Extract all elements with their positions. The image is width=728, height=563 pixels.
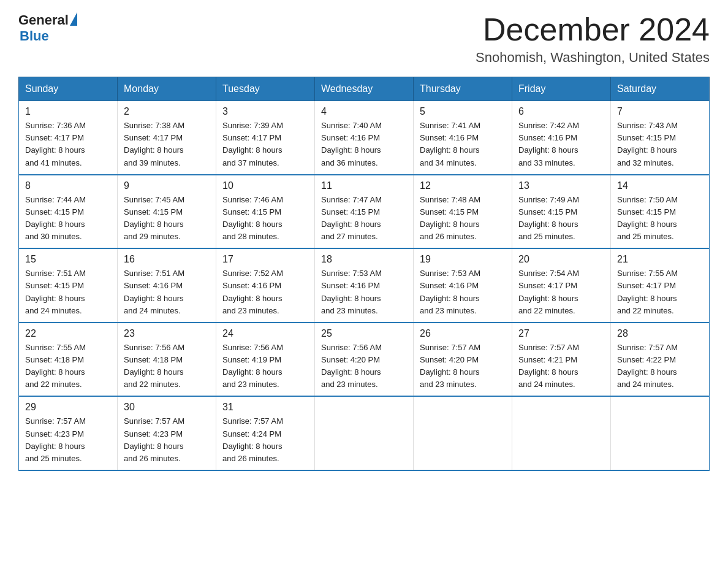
day-info: Sunrise: 7:57 AMSunset: 4:22 PMDaylight:… bbox=[617, 342, 703, 391]
day-cell: 23Sunrise: 7:56 AMSunset: 4:18 PMDayligh… bbox=[118, 323, 216, 397]
day-number: 7 bbox=[617, 106, 703, 117]
page-header: General Blue December 2024 Snohomish, Wa… bbox=[18, 12, 710, 66]
day-number: 10 bbox=[222, 180, 308, 191]
day-cell: 11Sunrise: 7:47 AMSunset: 4:15 PMDayligh… bbox=[315, 175, 414, 249]
day-info: Sunrise: 7:38 AMSunset: 4:17 PMDaylight:… bbox=[124, 120, 210, 169]
day-number: 25 bbox=[321, 328, 407, 339]
day-info: Sunrise: 7:53 AMSunset: 4:16 PMDaylight:… bbox=[321, 267, 407, 317]
day-info: Sunrise: 7:43 AMSunset: 4:15 PMDaylight:… bbox=[617, 120, 703, 169]
day-cell: 10Sunrise: 7:46 AMSunset: 4:15 PMDayligh… bbox=[216, 175, 315, 249]
day-cell: 25Sunrise: 7:56 AMSunset: 4:20 PMDayligh… bbox=[315, 323, 414, 397]
day-number: 19 bbox=[420, 254, 506, 265]
logo-blue: Blue bbox=[20, 28, 49, 44]
day-cell: 30Sunrise: 7:57 AMSunset: 4:23 PMDayligh… bbox=[118, 396, 216, 470]
day-number: 21 bbox=[617, 254, 703, 265]
logo-general: General bbox=[18, 12, 69, 28]
day-number: 24 bbox=[222, 328, 308, 339]
day-cell: 12Sunrise: 7:48 AMSunset: 4:15 PMDayligh… bbox=[414, 175, 512, 249]
weekday-header-row: SundayMondayTuesdayWednesdayThursdayFrid… bbox=[19, 77, 710, 101]
day-info: Sunrise: 7:36 AMSunset: 4:17 PMDaylight:… bbox=[25, 120, 111, 169]
day-info: Sunrise: 7:49 AMSunset: 4:15 PMDaylight:… bbox=[518, 194, 604, 243]
day-cell: 22Sunrise: 7:55 AMSunset: 4:18 PMDayligh… bbox=[19, 323, 118, 397]
week-row-5: 29Sunrise: 7:57 AMSunset: 4:23 PMDayligh… bbox=[19, 396, 710, 470]
day-number: 17 bbox=[222, 254, 308, 265]
day-cell: 28Sunrise: 7:57 AMSunset: 4:22 PMDayligh… bbox=[611, 323, 710, 397]
day-cell: 9Sunrise: 7:45 AMSunset: 4:15 PMDaylight… bbox=[118, 175, 216, 249]
day-cell bbox=[611, 396, 710, 470]
day-number: 11 bbox=[321, 180, 407, 191]
day-cell: 3Sunrise: 7:39 AMSunset: 4:17 PMDaylight… bbox=[216, 101, 315, 175]
day-info: Sunrise: 7:45 AMSunset: 4:15 PMDaylight:… bbox=[124, 194, 210, 243]
day-number: 4 bbox=[321, 106, 407, 117]
day-cell: 27Sunrise: 7:57 AMSunset: 4:21 PMDayligh… bbox=[512, 323, 611, 397]
day-number: 6 bbox=[518, 106, 604, 117]
day-info: Sunrise: 7:56 AMSunset: 4:20 PMDaylight:… bbox=[321, 342, 407, 391]
week-row-1: 1Sunrise: 7:36 AMSunset: 4:17 PMDaylight… bbox=[19, 101, 710, 175]
day-cell: 1Sunrise: 7:36 AMSunset: 4:17 PMDaylight… bbox=[19, 101, 118, 175]
day-number: 27 bbox=[518, 328, 604, 339]
day-info: Sunrise: 7:39 AMSunset: 4:17 PMDaylight:… bbox=[222, 120, 308, 169]
day-number: 18 bbox=[321, 254, 407, 265]
day-info: Sunrise: 7:48 AMSunset: 4:15 PMDaylight:… bbox=[420, 194, 506, 243]
day-info: Sunrise: 7:52 AMSunset: 4:16 PMDaylight:… bbox=[222, 267, 308, 317]
title-block: December 2024 Snohomish, Washington, Uni… bbox=[476, 12, 710, 66]
day-cell: 14Sunrise: 7:50 AMSunset: 4:15 PMDayligh… bbox=[611, 175, 710, 249]
day-number: 5 bbox=[420, 106, 506, 117]
day-cell: 29Sunrise: 7:57 AMSunset: 4:23 PMDayligh… bbox=[19, 396, 118, 470]
day-cell: 19Sunrise: 7:53 AMSunset: 4:16 PMDayligh… bbox=[414, 248, 512, 323]
day-number: 28 bbox=[617, 328, 703, 339]
day-info: Sunrise: 7:51 AMSunset: 4:16 PMDaylight:… bbox=[124, 267, 210, 317]
day-cell: 13Sunrise: 7:49 AMSunset: 4:15 PMDayligh… bbox=[512, 175, 611, 249]
day-info: Sunrise: 7:56 AMSunset: 4:18 PMDaylight:… bbox=[124, 342, 210, 391]
day-cell: 6Sunrise: 7:42 AMSunset: 4:16 PMDaylight… bbox=[512, 101, 611, 175]
week-row-3: 15Sunrise: 7:51 AMSunset: 4:15 PMDayligh… bbox=[19, 248, 710, 323]
day-info: Sunrise: 7:47 AMSunset: 4:15 PMDaylight:… bbox=[321, 194, 407, 243]
day-number: 8 bbox=[25, 180, 111, 191]
day-number: 1 bbox=[25, 106, 111, 117]
day-info: Sunrise: 7:57 AMSunset: 4:23 PMDaylight:… bbox=[124, 415, 210, 465]
day-info: Sunrise: 7:40 AMSunset: 4:16 PMDaylight:… bbox=[321, 120, 407, 169]
day-cell: 2Sunrise: 7:38 AMSunset: 4:17 PMDaylight… bbox=[118, 101, 216, 175]
day-cell: 15Sunrise: 7:51 AMSunset: 4:15 PMDayligh… bbox=[19, 248, 118, 323]
day-number: 2 bbox=[124, 106, 210, 117]
day-cell bbox=[315, 396, 414, 470]
day-info: Sunrise: 7:55 AMSunset: 4:18 PMDaylight:… bbox=[25, 342, 111, 391]
day-info: Sunrise: 7:53 AMSunset: 4:16 PMDaylight:… bbox=[420, 267, 506, 317]
calendar-title: December 2024 bbox=[476, 12, 710, 47]
day-info: Sunrise: 7:54 AMSunset: 4:17 PMDaylight:… bbox=[518, 267, 604, 317]
day-number: 31 bbox=[222, 402, 308, 413]
day-cell: 4Sunrise: 7:40 AMSunset: 4:16 PMDaylight… bbox=[315, 101, 414, 175]
day-number: 22 bbox=[25, 328, 111, 339]
day-number: 9 bbox=[124, 180, 210, 191]
day-cell: 31Sunrise: 7:57 AMSunset: 4:24 PMDayligh… bbox=[216, 396, 315, 470]
day-cell: 21Sunrise: 7:55 AMSunset: 4:17 PMDayligh… bbox=[611, 248, 710, 323]
day-cell: 7Sunrise: 7:43 AMSunset: 4:15 PMDaylight… bbox=[611, 101, 710, 175]
day-cell: 5Sunrise: 7:41 AMSunset: 4:16 PMDaylight… bbox=[414, 101, 512, 175]
day-cell bbox=[414, 396, 512, 470]
calendar-subtitle: Snohomish, Washington, United States bbox=[476, 50, 710, 66]
day-number: 23 bbox=[124, 328, 210, 339]
day-cell: 18Sunrise: 7:53 AMSunset: 4:16 PMDayligh… bbox=[315, 248, 414, 323]
day-info: Sunrise: 7:56 AMSunset: 4:19 PMDaylight:… bbox=[222, 342, 308, 391]
weekday-header-wednesday: Wednesday bbox=[315, 77, 414, 101]
day-info: Sunrise: 7:44 AMSunset: 4:15 PMDaylight:… bbox=[25, 194, 111, 243]
weekday-header-monday: Monday bbox=[118, 77, 216, 101]
weekday-header-thursday: Thursday bbox=[414, 77, 512, 101]
day-info: Sunrise: 7:57 AMSunset: 4:21 PMDaylight:… bbox=[518, 342, 604, 391]
day-number: 3 bbox=[222, 106, 308, 117]
day-info: Sunrise: 7:46 AMSunset: 4:15 PMDaylight:… bbox=[222, 194, 308, 243]
day-info: Sunrise: 7:55 AMSunset: 4:17 PMDaylight:… bbox=[617, 267, 703, 317]
day-info: Sunrise: 7:57 AMSunset: 4:23 PMDaylight:… bbox=[25, 415, 111, 465]
weekday-header-saturday: Saturday bbox=[611, 77, 710, 101]
day-cell: 20Sunrise: 7:54 AMSunset: 4:17 PMDayligh… bbox=[512, 248, 611, 323]
logo: General Blue bbox=[18, 12, 77, 44]
calendar-table: SundayMondayTuesdayWednesdayThursdayFrid… bbox=[18, 77, 710, 471]
day-info: Sunrise: 7:57 AMSunset: 4:20 PMDaylight:… bbox=[420, 342, 506, 391]
day-info: Sunrise: 7:57 AMSunset: 4:24 PMDaylight:… bbox=[222, 415, 308, 465]
week-row-2: 8Sunrise: 7:44 AMSunset: 4:15 PMDaylight… bbox=[19, 175, 710, 249]
weekday-header-friday: Friday bbox=[512, 77, 611, 101]
day-info: Sunrise: 7:42 AMSunset: 4:16 PMDaylight:… bbox=[518, 120, 604, 169]
day-number: 29 bbox=[25, 402, 111, 413]
day-number: 12 bbox=[420, 180, 506, 191]
day-cell: 24Sunrise: 7:56 AMSunset: 4:19 PMDayligh… bbox=[216, 323, 315, 397]
